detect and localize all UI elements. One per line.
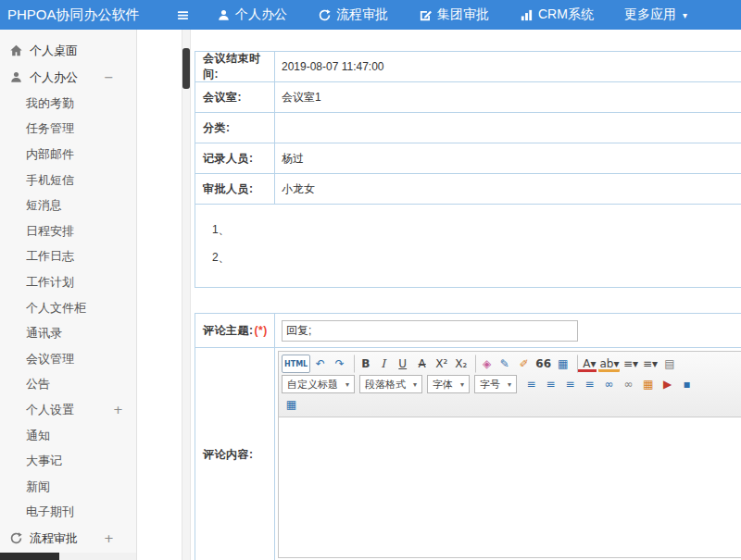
- sidebar-subitem[interactable]: 个人设置 +: [0, 397, 136, 423]
- undo-icon[interactable]: ↶: [310, 355, 330, 373]
- form-row: 分类:: [195, 113, 741, 143]
- toolbar-row-2: 自定义标题 ▾ 段落格式 ▾: [282, 374, 741, 394]
- insert-calendar-icon[interactable]: ▦: [282, 395, 301, 414]
- nav-item-label: 流程审批: [336, 6, 388, 23]
- sidebar-subitem[interactable]: 大事记: [0, 448, 136, 474]
- field-value: 小龙女: [275, 174, 741, 204]
- highlight-color-icon[interactable]: ab▾: [597, 355, 621, 373]
- caret-down-icon: ▾: [683, 10, 687, 20]
- comment-subject-label: 评论主题: (*): [195, 314, 275, 347]
- align-justify-icon[interactable]: ≡: [580, 375, 599, 393]
- home-icon: [9, 44, 23, 57]
- scrollbar-thumb[interactable]: [0, 553, 59, 560]
- topbar-nav-item[interactable]: 更多应用 ▾: [624, 6, 687, 23]
- format-painter-icon[interactable]: ✎: [495, 355, 514, 373]
- sidebar-subitem[interactable]: 电子期刊: [0, 500, 136, 526]
- app-logo[interactable]: PHPOA协同办公软件: [0, 6, 176, 24]
- scrollbar-thumb[interactable]: [182, 48, 190, 89]
- phpoa-app-window: PHPOA协同办公软件 个人办公 流程审批: [0, 0, 741, 560]
- vertical-scrollbar[interactable]: [182, 30, 191, 560]
- sidebar-subitem[interactable]: 短消息: [0, 193, 136, 218]
- sidebar-subitem[interactable]: 会议管理: [0, 346, 136, 372]
- align-center-icon[interactable]: ≡: [541, 375, 560, 393]
- ordered-list-icon[interactable]: ≡▾: [621, 355, 640, 373]
- collapse-icon[interactable]: −: [104, 70, 127, 84]
- insert-media-icon[interactable]: ▶: [658, 375, 677, 393]
- font-family-select[interactable]: 字体 ▾: [427, 375, 470, 393]
- sidebar-subitem[interactable]: 手机短信: [0, 168, 136, 193]
- nav-item-label: 集团审批: [437, 6, 489, 23]
- sidebar-subitem[interactable]: 公告: [0, 372, 136, 398]
- topbar-nav-item[interactable]: 个人办公: [217, 6, 294, 23]
- strikethrough-icon[interactable]: A: [412, 355, 432, 373]
- insert-link-icon[interactable]: ∞: [599, 375, 619, 393]
- font-color-icon[interactable]: A▾: [577, 355, 597, 373]
- nav-item-icon: [520, 8, 534, 22]
- unordered-list-icon[interactable]: ≡▾: [640, 355, 659, 373]
- bold-icon[interactable]: B: [354, 355, 373, 373]
- topbar-nav-item[interactable]: CRM系统: [520, 6, 600, 23]
- comment-content-row: 评论内容: HTML ↶ ↷: [195, 348, 741, 560]
- page-template-icon[interactable]: ▤: [659, 355, 679, 373]
- insert-image-icon[interactable]: ▦: [638, 375, 658, 393]
- nav-item-icon: [318, 8, 332, 22]
- subscript-icon[interactable]: X₂: [451, 355, 471, 373]
- field-label: 记录人员:: [195, 143, 275, 173]
- sidebar-subitem[interactable]: 工作计划: [0, 269, 136, 295]
- editor-content-area[interactable]: [279, 417, 741, 557]
- sidebar-subitem[interactable]: 我的考勤: [0, 91, 136, 117]
- sidebar-subitem[interactable]: 任务管理: [0, 117, 136, 143]
- sidebar-item-desktop[interactable]: 个人桌面: [0, 37, 136, 64]
- blockquote-icon[interactable]: 66: [534, 355, 553, 373]
- remove-format-icon[interactable]: ◈: [475, 355, 495, 373]
- topbar-nav-item[interactable]: 集团审批: [419, 6, 496, 23]
- marker-pen-icon[interactable]: ✐: [514, 355, 534, 373]
- flow-icon: [9, 531, 23, 545]
- underline-icon[interactable]: U: [393, 355, 412, 373]
- sidebar-subitem-label: 手机短信: [26, 172, 74, 189]
- dropdown-label: 字号: [480, 378, 500, 392]
- dropdown-label: 自定义标题: [287, 378, 338, 392]
- topbar-nav-item[interactable]: 流程审批: [318, 6, 395, 23]
- field-label: 审批人员:: [195, 174, 275, 204]
- menu-toggle-icon[interactable]: [176, 8, 196, 22]
- align-right-icon[interactable]: ≡: [560, 375, 580, 393]
- insert-file-icon[interactable]: ▪: [677, 375, 697, 393]
- sidebar-subitem[interactable]: 通讯录: [0, 320, 136, 346]
- sidebar-subitem[interactable]: 通知: [0, 423, 136, 449]
- horizontal-scrollbar[interactable]: [0, 553, 136, 560]
- sidebar-item-workflow-approval[interactable]: 流程审批 +: [0, 525, 136, 552]
- font-size-select[interactable]: 字号 ▾: [474, 375, 517, 393]
- nav-item-icon: [217, 8, 231, 22]
- remove-link-icon[interactable]: ∞: [619, 375, 638, 393]
- nav-item-label: 更多应用: [624, 6, 676, 23]
- comment-form: 评论主题: (*) 评论内容: HTML: [195, 313, 741, 560]
- rich-text-editor: HTML ↶ ↷ B I U: [278, 351, 741, 558]
- comment-subject-input[interactable]: [282, 320, 578, 342]
- sidebar-subitem[interactable]: 日程安排: [0, 218, 136, 244]
- align-left-icon[interactable]: ≡: [521, 375, 541, 393]
- sidebar-subitem-label: 工作计划: [26, 274, 74, 291]
- heading-select[interactable]: 自定义标题 ▾: [282, 375, 355, 393]
- note-line: 1、: [212, 216, 741, 243]
- field-value: 杨过: [275, 143, 741, 173]
- sidebar-item-personal-office[interactable]: 个人办公 −: [0, 64, 136, 91]
- sidebar-subitem-label: 会议管理: [26, 351, 74, 367]
- sidebar-subitem-label: 工作日志: [26, 248, 74, 265]
- editor-toolbar: HTML ↶ ↷ B I U: [279, 352, 741, 417]
- paragraph-format-select[interactable]: 段落格式 ▾: [359, 375, 422, 393]
- expand-icon: +: [113, 403, 136, 417]
- redo-icon[interactable]: ↷: [330, 355, 349, 373]
- field-value: [275, 113, 741, 143]
- form-row: 会议结束时间: 2019-08-07 11:47:00: [195, 52, 741, 82]
- source-html-button[interactable]: HTML: [282, 355, 310, 373]
- sidebar-subitem-label: 大事记: [26, 453, 62, 469]
- expand-icon[interactable]: +: [104, 531, 127, 545]
- sidebar-subitem[interactable]: 新闻: [0, 474, 136, 500]
- superscript-icon[interactable]: X²: [432, 355, 451, 373]
- sidebar-subitem[interactable]: 内部邮件: [0, 142, 136, 168]
- insert-table-icon[interactable]: ▦: [553, 355, 572, 373]
- sidebar-subitem[interactable]: 个人文件柜: [0, 295, 136, 321]
- sidebar-subitem[interactable]: 工作日志: [0, 244, 136, 270]
- italic-icon[interactable]: I: [373, 355, 393, 373]
